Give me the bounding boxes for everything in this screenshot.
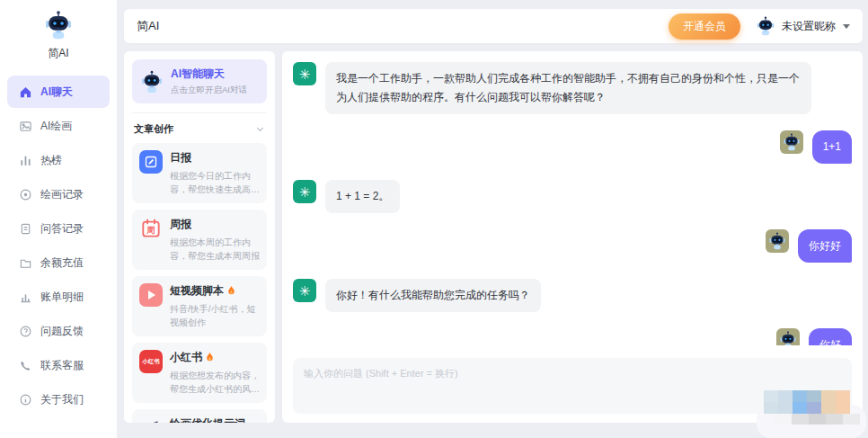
user-avatar-icon — [755, 15, 776, 37]
feature-panel: AI智能聊天 点击立即开启AI对话 文章创作 日报 — [124, 51, 275, 423]
robot-avatar-icon — [766, 229, 789, 253]
svg-text:周: 周 — [146, 226, 155, 235]
sidebar: 简AI AI聊天 AI绘画 热榜 绘画记录 问答记录 余额充值 — [0, 0, 117, 438]
ai-chat-card[interactable]: AI智能聊天 点击立即开启AI对话 — [132, 59, 267, 103]
open-vip-button[interactable]: 开通会员 — [669, 13, 740, 40]
sidebar-item-label: 关于我们 — [40, 392, 84, 407]
sidebar-item[interactable]: 关于我们 — [7, 383, 110, 416]
feature-item[interactable]: 小红书 小红书 根据您想发布的内容，帮您生成小红书的风格文案 — [132, 343, 267, 403]
xiaohongshu-icon: 小红书 — [139, 350, 163, 373]
chat-message: 1+1 — [293, 130, 852, 164]
hot-icon — [206, 352, 214, 364]
message-bubble: 你好 — [809, 328, 852, 345]
message-bubble: 1+1 — [812, 130, 852, 164]
daily-report-icon — [139, 150, 163, 174]
sidebar-item[interactable]: 问题反馈 — [7, 315, 110, 347]
recharge-icon — [19, 256, 32, 270]
message-bubble: 1 + 1 = 2。 — [325, 180, 400, 213]
message-bubble: 你好！有什么我能帮助您完成的任务吗？ — [325, 279, 541, 312]
sidebar-item-label: 问答记录 — [40, 221, 84, 237]
sidebar-item[interactable]: 热榜 — [7, 144, 110, 176]
censored-watermark — [757, 389, 866, 438]
robot-logo-icon — [139, 69, 164, 94]
feature-title: 周报 — [170, 217, 191, 232]
feature-title: 绘画优化提示词 — [170, 416, 245, 423]
feature-title: 日报 — [170, 150, 191, 165]
sidebar-item-label: 热榜 — [40, 153, 62, 168]
sidebar-item-label: 绘画记录 — [40, 187, 84, 202]
openai-icon: ✳ — [293, 62, 316, 85]
app-logo-text: 简AI — [0, 46, 117, 61]
home-icon — [19, 85, 32, 99]
weekly-report-icon: 周 — [139, 217, 163, 240]
message-bubble: 你好好 — [798, 229, 852, 263]
feature-desc: 根据您想发布的内容，帮您生成小红书的风格文案 — [170, 369, 260, 396]
sidebar-item[interactable]: 问答记录 — [7, 212, 110, 245]
content: AI智能聊天 点击立即开启AI对话 文章创作 日报 — [124, 51, 863, 423]
sidebar-item[interactable]: 联系客服 — [7, 349, 110, 381]
chevron-down-icon — [255, 124, 265, 134]
hot-rank-icon — [19, 154, 32, 167]
feature-item[interactable]: 短视频脚本 抖音/快手/小红书，短视频创作 — [132, 276, 267, 336]
main-area: 简AI 开通会员 未设置昵称 AI智能聊天 点击立即开启AI对话 文章创作 — [124, 9, 863, 423]
feature-desc: 根据您本周的工作内容，帮您生成本周周报 — [170, 236, 260, 263]
chat-message: ✳ 你好！有什么我能帮助您完成的任务吗？ — [293, 279, 852, 312]
sidebar-item[interactable]: 绘画记录 — [7, 178, 110, 210]
username: 未设置昵称 — [782, 19, 836, 34]
ai-chat-card-subtitle: 点击立即开启AI对话 — [171, 85, 247, 96]
message-list: ✳ 我是一个工作助手，一款帮助人们完成各种工作的智能助手，不拥有自己的身份和个性… — [293, 62, 852, 345]
video-script-icon — [139, 283, 163, 307]
feedback-icon — [19, 325, 32, 338]
ai-chat-card-title: AI智能聊天 — [171, 67, 247, 82]
feature-title: 短视频脚本 — [170, 283, 224, 299]
topbar: 简AI 开通会员 未设置昵称 — [124, 9, 863, 43]
openai-icon: ✳ — [293, 180, 316, 203]
sidebar-item-label: 联系客服 — [40, 358, 84, 373]
robot-avatar-icon — [776, 328, 800, 345]
robot-logo-icon — [42, 9, 75, 41]
feature-desc: 抖音/快手/小红书，短视频创作 — [170, 302, 260, 329]
feature-item[interactable]: 日报 根据您今日的工作内容，帮您快速生成高质量的今日... — [132, 143, 267, 203]
chat-message: ✳ 1 + 1 = 2。 — [293, 180, 852, 213]
service-icon — [19, 359, 32, 372]
palette-icon — [19, 188, 32, 201]
chat-message: ✳ 我是一个工作助手，一款帮助人们完成各种工作的智能助手，不拥有自己的身份和个性… — [293, 62, 852, 114]
sidebar-item-label: 余额充值 — [40, 255, 84, 271]
about-icon — [19, 393, 32, 407]
message-bubble: 我是一个工作助手，一款帮助人们完成各种工作的智能助手，不拥有自己的身份和个性，只… — [325, 62, 811, 114]
sidebar-item[interactable]: AI绘画 — [7, 110, 110, 142]
qa-record-icon — [19, 222, 32, 236]
sidebar-menu: AI聊天 AI绘画 热榜 绘画记录 问答记录 余额充值 账单明细 — [0, 76, 117, 416]
sidebar-item-label: AI聊天 — [40, 85, 73, 100]
sidebar-item[interactable]: 余额充值 — [7, 246, 110, 279]
paint-icon — [19, 120, 32, 133]
feature-item[interactable]: 周 周报 根据您本周的工作内容，帮您生成本周周报 — [132, 210, 267, 270]
chat-panel: ✳ 我是一个工作助手，一款帮助人们完成各种工作的智能助手，不拥有自己的身份和个性… — [282, 51, 863, 423]
caret-down-icon — [843, 24, 850, 29]
sidebar-item-label: 账单明细 — [40, 290, 84, 305]
optimize-prompt-icon — [139, 416, 163, 423]
bill-icon — [19, 291, 32, 304]
sidebar-item-label: 问题反馈 — [40, 324, 84, 339]
feature-title: 小红书 — [170, 350, 202, 365]
sidebar-item-label: AI绘画 — [40, 119, 72, 134]
user-menu[interactable]: 未设置昵称 — [755, 15, 850, 37]
feature-list: 日报 根据您今日的工作内容，帮您快速生成高质量的今日... 周 周报 — [132, 143, 267, 423]
sidebar-item[interactable]: AI聊天 — [7, 76, 110, 108]
chat-message: 你好 — [293, 328, 852, 345]
hot-icon — [227, 285, 235, 298]
page-title: 简AI — [137, 18, 159, 34]
sidebar-item[interactable]: 账单明细 — [7, 281, 110, 313]
feature-desc: 根据您今日的工作内容，帮您快速生成高质量的今日... — [170, 169, 260, 196]
feature-item[interactable]: 绘画优化提示词 优化你要绘画的简单词语 — [132, 409, 267, 423]
section-header-article-creation[interactable]: 文章创作 — [132, 121, 267, 143]
robot-avatar-icon — [780, 130, 803, 154]
openai-icon: ✳ — [293, 279, 316, 302]
chat-message: 你好好 — [293, 229, 852, 263]
app-logo: 简AI — [0, 0, 117, 61]
